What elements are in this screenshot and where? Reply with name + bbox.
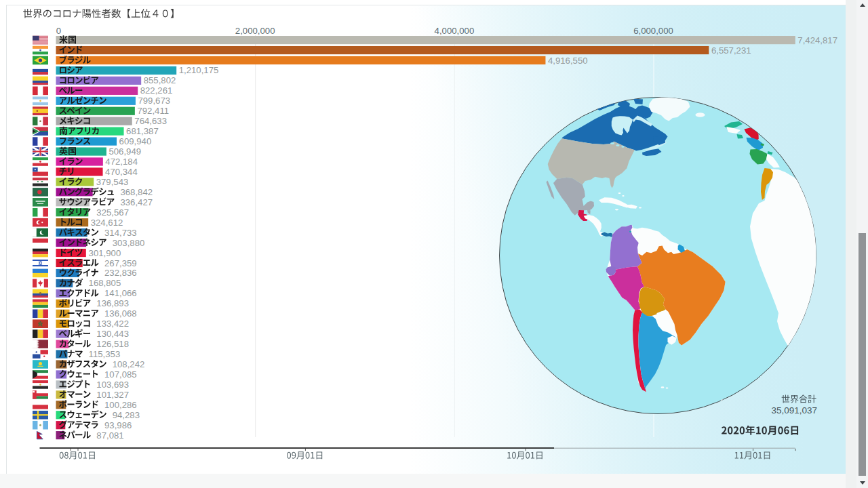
svg-text:126,518: 126,518 [96,339,129,349]
svg-text:136,068: 136,068 [104,308,137,319]
svg-text:232,836: 232,836 [104,268,137,278]
svg-text:324,612: 324,612 [91,218,123,228]
svg-text:100,286: 100,286 [104,400,137,410]
svg-text:609,940: 609,940 [119,136,152,146]
svg-text:1,210,175: 1,210,175 [179,65,219,75]
svg-text:136,893: 136,893 [96,298,129,308]
svg-text:115,353: 115,353 [89,349,121,359]
svg-text:314,733: 314,733 [104,228,137,238]
svg-text:792,411: 792,411 [137,106,169,116]
svg-text:107,085: 107,085 [104,369,137,380]
svg-text:368,842: 368,842 [120,187,153,197]
svg-text:267,359: 267,359 [104,258,137,268]
svg-text:822,261: 822,261 [140,85,173,96]
svg-text:133,422: 133,422 [96,319,129,329]
svg-text:855,802: 855,802 [144,75,176,85]
svg-text:379,543: 379,543 [96,177,129,187]
svg-text:0: 0 [56,26,61,36]
svg-text:325,567: 325,567 [96,207,129,218]
svg-text:103,693: 103,693 [96,380,129,390]
svg-text:168,805: 168,805 [89,278,121,288]
svg-text:336,427: 336,427 [120,197,153,207]
svg-text:93,986: 93,986 [104,420,132,430]
svg-text:94,283: 94,283 [113,410,140,420]
svg-text:472,184: 472,184 [105,157,138,167]
svg-text:681,387: 681,387 [126,126,159,136]
svg-text:764,633: 764,633 [134,116,167,126]
svg-text:101,327: 101,327 [96,390,129,400]
svg-text:141,066: 141,066 [104,288,137,298]
svg-text:87,081: 87,081 [96,430,123,441]
svg-text:4,000,000: 4,000,000 [435,26,475,36]
svg-text:6,000,000: 6,000,000 [633,26,673,36]
svg-text:130,443: 130,443 [96,329,129,339]
svg-text:7,424,817: 7,424,817 [797,35,837,45]
svg-text:799,673: 799,673 [138,96,170,106]
svg-text:2,000,000: 2,000,000 [235,26,275,36]
svg-text:35,091,037: 35,091,037 [771,405,817,415]
svg-text:108,242: 108,242 [113,359,145,369]
svg-text:4,916,550: 4,916,550 [548,56,588,66]
svg-text:6,557,231: 6,557,231 [711,45,751,56]
svg-text:303,880: 303,880 [113,238,145,248]
svg-text:470,344: 470,344 [105,167,138,177]
svg-text:301,900: 301,900 [89,248,121,258]
svg-text:506,949: 506,949 [108,146,141,157]
